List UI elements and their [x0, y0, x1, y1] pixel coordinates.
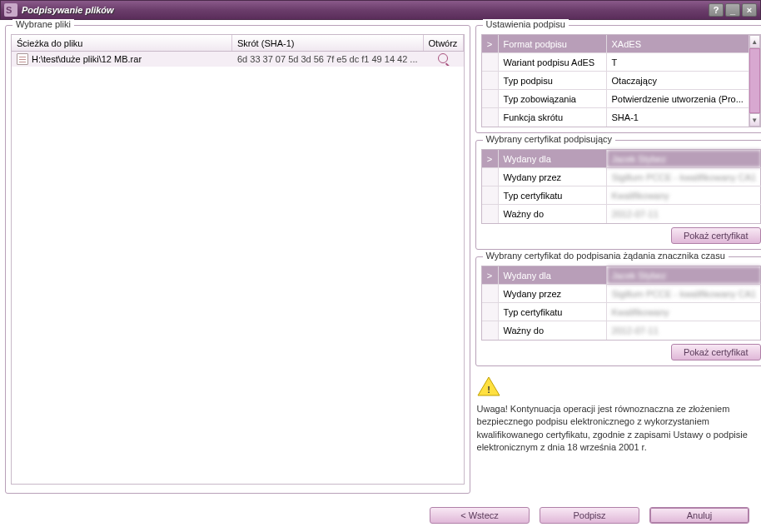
- titlebar: S Podpisywanie plików ? _ ×: [0, 0, 761, 20]
- minimize-button[interactable]: _: [725, 3, 740, 17]
- col-hash[interactable]: Skrót (SHA-1): [232, 35, 424, 51]
- footer: < Wstecz Podpisz Anuluj: [0, 499, 761, 532]
- timestamp-cert-group: Wybrany certyfikat do podpisania żądania…: [475, 256, 761, 366]
- selected-files-group: Wybrane pliki Ścieżka do pliku Skrót (SH…: [5, 25, 470, 494]
- cert1-grid: > Wydany dla Jacek Stybez Wydany przezSi…: [481, 149, 761, 224]
- signature-settings-group: Ustawienia podpisu > Format podpisu XAdE…: [475, 25, 761, 133]
- grid-row[interactable]: Funkcja skrótuSHA-1: [482, 108, 749, 127]
- close-button[interactable]: ×: [742, 3, 757, 17]
- grid-header-row[interactable]: > Format podpisu XAdES: [482, 35, 749, 53]
- grid-header-row[interactable]: > Wydany dla Jacek Stybez: [482, 266, 761, 285]
- show-cert2-button[interactable]: Pokaż certyfikat: [671, 344, 761, 360]
- help-button[interactable]: ?: [709, 3, 724, 17]
- grid-row[interactable]: Wariant podpisu AdEST: [482, 53, 749, 72]
- scrollbar[interactable]: ▲ ▼: [749, 35, 760, 127]
- svg-text:S: S: [6, 5, 12, 15]
- grid-row[interactable]: Wydany przezSigillum PCCE - kwalifikowan…: [482, 168, 761, 186]
- cert2-grid: > Wydany dla Jacek Stybez Wydany przezSi…: [481, 266, 761, 341]
- signing-cert-legend: Wybrany certyfikat podpisujący: [483, 134, 616, 144]
- scroll-thumb[interactable]: [749, 48, 760, 113]
- signing-cert-group: Wybrany certyfikat podpisujący > Wydany …: [475, 140, 761, 250]
- grid-row[interactable]: Typ certyfikatuKwalifikowany: [482, 303, 761, 321]
- timestamp-cert-legend: Wybrany certyfikat do podpisania żądania…: [483, 251, 729, 261]
- file-icon: [17, 53, 28, 65]
- grid-header-row[interactable]: > Wydany dla Jacek Stybez: [482, 150, 761, 168]
- open-file-button[interactable]: [424, 52, 464, 66]
- search-icon: [438, 53, 448, 63]
- expand-icon[interactable]: >: [482, 35, 499, 52]
- cancel-button[interactable]: Anuluj: [649, 507, 749, 524]
- warning-block: ! Uwaga! Kontynuacja operacji jest równo…: [475, 373, 761, 455]
- grid-row[interactable]: Wydany przezSigillum PCCE - kwalifikowan…: [482, 285, 761, 303]
- app-icon: S: [4, 3, 17, 17]
- grid-row[interactable]: Typ zobowiązaniaPotwierdzenie utworzenia…: [482, 90, 749, 108]
- col-open[interactable]: Otwórz: [424, 35, 464, 51]
- expand-icon[interactable]: >: [482, 150, 499, 167]
- scroll-down-icon[interactable]: ▼: [749, 113, 760, 127]
- svg-text:!: !: [487, 385, 490, 395]
- warning-icon: !: [477, 376, 500, 396]
- scroll-up-icon[interactable]: ▲: [749, 35, 760, 48]
- signature-settings-legend: Ustawienia podpisu: [483, 19, 569, 29]
- file-hash: 6d 33 37 07 5d 3d 56 7f e5 dc f1 49 14 4…: [232, 53, 424, 65]
- file-path: H:\test\duże pliki\12 MB.rar: [32, 54, 142, 64]
- col-path[interactable]: Ścieżka do pliku: [12, 35, 232, 51]
- selected-files-legend: Wybrane pliki: [12, 19, 74, 29]
- grid-row[interactable]: Typ podpisuOtaczający: [482, 72, 749, 90]
- table-row[interactable]: H:\test\duże pliki\12 MB.rar 6d 33 37 07…: [12, 52, 464, 67]
- grid-row[interactable]: Ważny do2012-07-11: [482, 205, 761, 223]
- settings-grid: > Format podpisu XAdES Wariant podpisu A…: [481, 34, 761, 127]
- grid-row[interactable]: Ważny do2012-07-11: [482, 321, 761, 340]
- warning-text: Uwaga! Kontynuacja operacji jest równozn…: [477, 403, 761, 455]
- file-table: Ścieżka do pliku Skrót (SHA-1) Otwórz H:…: [11, 34, 465, 485]
- expand-icon[interactable]: >: [482, 266, 499, 284]
- sign-button[interactable]: Podpisz: [540, 507, 639, 524]
- back-button[interactable]: < Wstecz: [430, 507, 530, 524]
- grid-row[interactable]: Typ certyfikatuKwalifikowany: [482, 186, 761, 205]
- show-cert1-button[interactable]: Pokaż certyfikat: [671, 227, 761, 244]
- window-title: Podpisywanie plików: [22, 5, 709, 15]
